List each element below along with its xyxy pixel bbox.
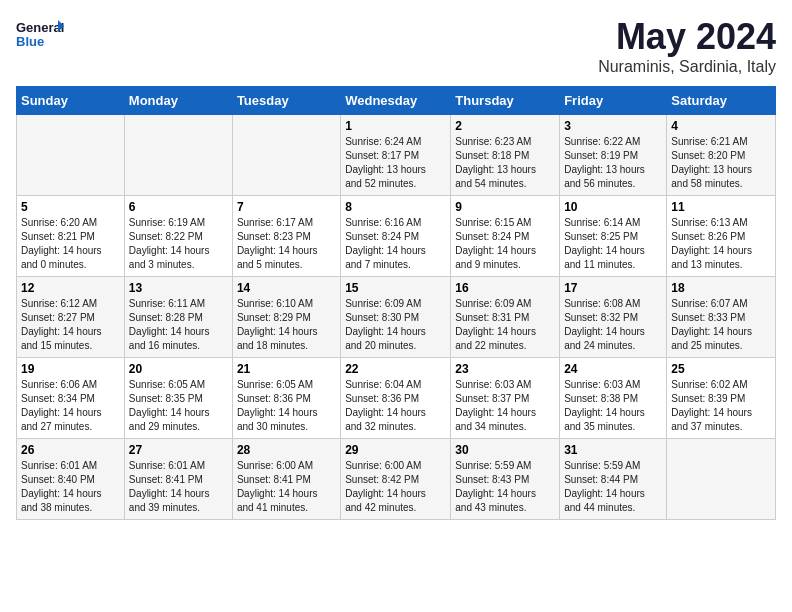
- day-info: Sunrise: 6:03 AMSunset: 8:37 PMDaylight:…: [455, 378, 555, 434]
- calendar-cell: 25Sunrise: 6:02 AMSunset: 8:39 PMDayligh…: [667, 358, 776, 439]
- day-info: Sunrise: 6:00 AMSunset: 8:41 PMDaylight:…: [237, 459, 336, 515]
- calendar-cell: 5Sunrise: 6:20 AMSunset: 8:21 PMDaylight…: [17, 196, 125, 277]
- day-number: 9: [455, 200, 555, 214]
- day-number: 7: [237, 200, 336, 214]
- day-number: 8: [345, 200, 446, 214]
- day-number: 27: [129, 443, 228, 457]
- calendar-cell: 12Sunrise: 6:12 AMSunset: 8:27 PMDayligh…: [17, 277, 125, 358]
- calendar-cell: 21Sunrise: 6:05 AMSunset: 8:36 PMDayligh…: [232, 358, 340, 439]
- weekday-header: Thursday: [451, 87, 560, 115]
- day-number: 29: [345, 443, 446, 457]
- calendar-cell: 3Sunrise: 6:22 AMSunset: 8:19 PMDaylight…: [560, 115, 667, 196]
- calendar-cell: 8Sunrise: 6:16 AMSunset: 8:24 PMDaylight…: [341, 196, 451, 277]
- calendar-cell: 2Sunrise: 6:23 AMSunset: 8:18 PMDaylight…: [451, 115, 560, 196]
- day-info: Sunrise: 6:05 AMSunset: 8:35 PMDaylight:…: [129, 378, 228, 434]
- calendar-cell: 7Sunrise: 6:17 AMSunset: 8:23 PMDaylight…: [232, 196, 340, 277]
- day-info: Sunrise: 6:20 AMSunset: 8:21 PMDaylight:…: [21, 216, 120, 272]
- title-area: May 2024 Nuraminis, Sardinia, Italy: [598, 16, 776, 76]
- day-info: Sunrise: 6:11 AMSunset: 8:28 PMDaylight:…: [129, 297, 228, 353]
- day-number: 24: [564, 362, 662, 376]
- day-info: Sunrise: 6:08 AMSunset: 8:32 PMDaylight:…: [564, 297, 662, 353]
- calendar-cell: 19Sunrise: 6:06 AMSunset: 8:34 PMDayligh…: [17, 358, 125, 439]
- calendar-week-row: 12Sunrise: 6:12 AMSunset: 8:27 PMDayligh…: [17, 277, 776, 358]
- day-number: 17: [564, 281, 662, 295]
- day-number: 1: [345, 119, 446, 133]
- calendar-cell: 27Sunrise: 6:01 AMSunset: 8:41 PMDayligh…: [124, 439, 232, 520]
- calendar-cell: [667, 439, 776, 520]
- calendar-header-row: SundayMondayTuesdayWednesdayThursdayFrid…: [17, 87, 776, 115]
- day-info: Sunrise: 6:04 AMSunset: 8:36 PMDaylight:…: [345, 378, 446, 434]
- day-number: 30: [455, 443, 555, 457]
- calendar-week-row: 26Sunrise: 6:01 AMSunset: 8:40 PMDayligh…: [17, 439, 776, 520]
- day-info: Sunrise: 6:01 AMSunset: 8:40 PMDaylight:…: [21, 459, 120, 515]
- day-number: 16: [455, 281, 555, 295]
- calendar-cell: 29Sunrise: 6:00 AMSunset: 8:42 PMDayligh…: [341, 439, 451, 520]
- weekday-header: Saturday: [667, 87, 776, 115]
- day-number: 20: [129, 362, 228, 376]
- day-number: 18: [671, 281, 771, 295]
- day-number: 22: [345, 362, 446, 376]
- day-number: 21: [237, 362, 336, 376]
- day-info: Sunrise: 6:06 AMSunset: 8:34 PMDaylight:…: [21, 378, 120, 434]
- day-info: Sunrise: 6:21 AMSunset: 8:20 PMDaylight:…: [671, 135, 771, 191]
- calendar-cell: 23Sunrise: 6:03 AMSunset: 8:37 PMDayligh…: [451, 358, 560, 439]
- day-number: 2: [455, 119, 555, 133]
- day-number: 13: [129, 281, 228, 295]
- calendar-week-row: 19Sunrise: 6:06 AMSunset: 8:34 PMDayligh…: [17, 358, 776, 439]
- day-info: Sunrise: 6:10 AMSunset: 8:29 PMDaylight:…: [237, 297, 336, 353]
- day-info: Sunrise: 6:22 AMSunset: 8:19 PMDaylight:…: [564, 135, 662, 191]
- weekday-header: Tuesday: [232, 87, 340, 115]
- calendar-cell: 15Sunrise: 6:09 AMSunset: 8:30 PMDayligh…: [341, 277, 451, 358]
- svg-text:General: General: [16, 20, 64, 35]
- logo-icon: General Blue: [16, 16, 66, 58]
- calendar-cell: 14Sunrise: 6:10 AMSunset: 8:29 PMDayligh…: [232, 277, 340, 358]
- calendar-cell: [124, 115, 232, 196]
- day-info: Sunrise: 6:07 AMSunset: 8:33 PMDaylight:…: [671, 297, 771, 353]
- calendar-cell: 16Sunrise: 6:09 AMSunset: 8:31 PMDayligh…: [451, 277, 560, 358]
- day-number: 11: [671, 200, 771, 214]
- weekday-header: Sunday: [17, 87, 125, 115]
- svg-text:Blue: Blue: [16, 34, 44, 49]
- day-info: Sunrise: 6:13 AMSunset: 8:26 PMDaylight:…: [671, 216, 771, 272]
- calendar-cell: 4Sunrise: 6:21 AMSunset: 8:20 PMDaylight…: [667, 115, 776, 196]
- weekday-header: Monday: [124, 87, 232, 115]
- calendar-cell: 17Sunrise: 6:08 AMSunset: 8:32 PMDayligh…: [560, 277, 667, 358]
- calendar-cell: 28Sunrise: 6:00 AMSunset: 8:41 PMDayligh…: [232, 439, 340, 520]
- day-number: 6: [129, 200, 228, 214]
- day-number: 12: [21, 281, 120, 295]
- day-info: Sunrise: 6:15 AMSunset: 8:24 PMDaylight:…: [455, 216, 555, 272]
- calendar-week-row: 5Sunrise: 6:20 AMSunset: 8:21 PMDaylight…: [17, 196, 776, 277]
- calendar-cell: 9Sunrise: 6:15 AMSunset: 8:24 PMDaylight…: [451, 196, 560, 277]
- calendar-cell: 10Sunrise: 6:14 AMSunset: 8:25 PMDayligh…: [560, 196, 667, 277]
- calendar-cell: 18Sunrise: 6:07 AMSunset: 8:33 PMDayligh…: [667, 277, 776, 358]
- day-info: Sunrise: 6:05 AMSunset: 8:36 PMDaylight:…: [237, 378, 336, 434]
- location: Nuraminis, Sardinia, Italy: [598, 58, 776, 76]
- day-info: Sunrise: 6:12 AMSunset: 8:27 PMDaylight:…: [21, 297, 120, 353]
- day-info: Sunrise: 6:03 AMSunset: 8:38 PMDaylight:…: [564, 378, 662, 434]
- weekday-header: Friday: [560, 87, 667, 115]
- day-info: Sunrise: 6:09 AMSunset: 8:31 PMDaylight:…: [455, 297, 555, 353]
- day-info: Sunrise: 6:19 AMSunset: 8:22 PMDaylight:…: [129, 216, 228, 272]
- day-number: 14: [237, 281, 336, 295]
- day-info: Sunrise: 6:17 AMSunset: 8:23 PMDaylight:…: [237, 216, 336, 272]
- day-number: 26: [21, 443, 120, 457]
- calendar-cell: 30Sunrise: 5:59 AMSunset: 8:43 PMDayligh…: [451, 439, 560, 520]
- day-number: 28: [237, 443, 336, 457]
- calendar-table: SundayMondayTuesdayWednesdayThursdayFrid…: [16, 86, 776, 520]
- calendar-cell: 1Sunrise: 6:24 AMSunset: 8:17 PMDaylight…: [341, 115, 451, 196]
- day-info: Sunrise: 6:16 AMSunset: 8:24 PMDaylight:…: [345, 216, 446, 272]
- day-info: Sunrise: 6:01 AMSunset: 8:41 PMDaylight:…: [129, 459, 228, 515]
- day-number: 15: [345, 281, 446, 295]
- calendar-cell: 13Sunrise: 6:11 AMSunset: 8:28 PMDayligh…: [124, 277, 232, 358]
- day-info: Sunrise: 6:23 AMSunset: 8:18 PMDaylight:…: [455, 135, 555, 191]
- day-info: Sunrise: 6:24 AMSunset: 8:17 PMDaylight:…: [345, 135, 446, 191]
- day-info: Sunrise: 6:02 AMSunset: 8:39 PMDaylight:…: [671, 378, 771, 434]
- calendar-cell: 20Sunrise: 6:05 AMSunset: 8:35 PMDayligh…: [124, 358, 232, 439]
- day-number: 25: [671, 362, 771, 376]
- day-info: Sunrise: 6:00 AMSunset: 8:42 PMDaylight:…: [345, 459, 446, 515]
- logo: General Blue: [16, 16, 66, 58]
- calendar-cell: 22Sunrise: 6:04 AMSunset: 8:36 PMDayligh…: [341, 358, 451, 439]
- day-number: 5: [21, 200, 120, 214]
- day-info: Sunrise: 6:09 AMSunset: 8:30 PMDaylight:…: [345, 297, 446, 353]
- calendar-cell: 31Sunrise: 5:59 AMSunset: 8:44 PMDayligh…: [560, 439, 667, 520]
